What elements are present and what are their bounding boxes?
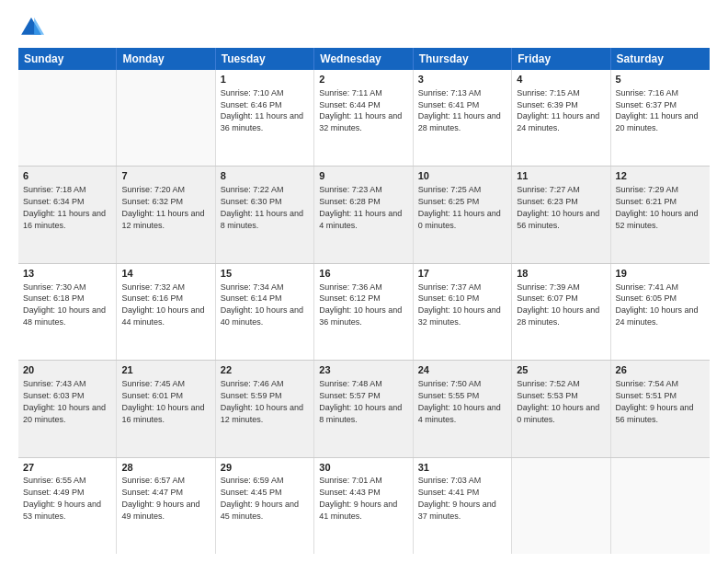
calendar-cell: 15Sunrise: 7:34 AM Sunset: 6:14 PM Dayli… (216, 264, 314, 360)
day-number: 18 (517, 267, 605, 281)
day-number: 1 (221, 73, 309, 86)
day-info: Sunrise: 7:29 AM Sunset: 6:21 PM Dayligh… (616, 185, 699, 229)
day-number: 19 (616, 267, 705, 281)
day-number: 2 (319, 73, 407, 86)
calendar-body: 1Sunrise: 7:10 AM Sunset: 6:46 PM Daylig… (18, 70, 710, 554)
day-info: Sunrise: 7:36 AM Sunset: 6:12 PM Dayligh… (319, 282, 402, 327)
calendar-cell: 7Sunrise: 7:20 AM Sunset: 6:32 PM Daylig… (117, 167, 215, 262)
header-day-sunday: Sunday (18, 48, 117, 70)
calendar-cell: 5Sunrise: 7:16 AM Sunset: 6:37 PM Daylig… (611, 70, 710, 166)
day-number: 27 (23, 461, 111, 475)
day-info: Sunrise: 7:54 AM Sunset: 5:51 PM Dayligh… (616, 379, 694, 423)
header-day-friday: Friday (512, 48, 610, 70)
calendar-cell: 27Sunrise: 6:55 AM Sunset: 4:49 PM Dayli… (18, 458, 117, 554)
calendar-cell: 1Sunrise: 7:10 AM Sunset: 6:46 PM Daylig… (216, 70, 314, 166)
day-number: 20 (23, 363, 111, 377)
day-number: 16 (319, 267, 407, 281)
svg-marker-1 (34, 17, 44, 35)
day-number: 9 (319, 169, 407, 183)
day-info: Sunrise: 7:37 AM Sunset: 6:10 PM Dayligh… (418, 282, 501, 327)
calendar-cell: 24Sunrise: 7:50 AM Sunset: 5:55 PM Dayli… (414, 361, 512, 456)
calendar-cell: 4Sunrise: 7:15 AM Sunset: 6:39 PM Daylig… (512, 70, 610, 166)
day-number: 30 (319, 461, 407, 475)
day-info: Sunrise: 7:18 AM Sunset: 6:34 PM Dayligh… (23, 185, 106, 229)
day-info: Sunrise: 7:16 AM Sunset: 6:37 PM Dayligh… (616, 88, 699, 132)
calendar-cell: 25Sunrise: 7:52 AM Sunset: 5:53 PM Dayli… (512, 361, 610, 456)
calendar-cell: 17Sunrise: 7:37 AM Sunset: 6:10 PM Dayli… (414, 264, 512, 360)
calendar-cell (18, 70, 117, 166)
calendar-cell: 2Sunrise: 7:11 AM Sunset: 6:44 PM Daylig… (314, 70, 413, 166)
day-number: 6 (23, 169, 111, 183)
header-day-saturday: Saturday (611, 48, 710, 70)
header-day-monday: Monday (117, 48, 215, 70)
day-number: 7 (121, 169, 210, 183)
calendar-cell (611, 458, 710, 554)
calendar-cell: 14Sunrise: 7:32 AM Sunset: 6:16 PM Dayli… (117, 264, 215, 360)
calendar-week-4: 20Sunrise: 7:43 AM Sunset: 6:03 PM Dayli… (18, 361, 710, 457)
day-number: 22 (221, 363, 309, 377)
day-number: 12 (616, 169, 705, 183)
day-number: 13 (23, 267, 111, 281)
calendar-week-3: 13Sunrise: 7:30 AM Sunset: 6:18 PM Dayli… (18, 264, 710, 361)
calendar-week-5: 27Sunrise: 6:55 AM Sunset: 4:49 PM Dayli… (18, 458, 710, 554)
calendar-cell: 23Sunrise: 7:48 AM Sunset: 5:57 PM Dayli… (314, 361, 413, 456)
calendar-week-2: 6Sunrise: 7:18 AM Sunset: 6:34 PM Daylig… (18, 167, 710, 263)
day-number: 14 (121, 267, 210, 281)
calendar-cell: 3Sunrise: 7:13 AM Sunset: 6:41 PM Daylig… (414, 70, 512, 166)
day-info: Sunrise: 7:03 AM Sunset: 4:41 PM Dayligh… (418, 476, 496, 520)
day-info: Sunrise: 7:23 AM Sunset: 6:28 PM Dayligh… (319, 185, 402, 229)
day-number: 25 (517, 363, 605, 377)
calendar-cell: 21Sunrise: 7:45 AM Sunset: 6:01 PM Dayli… (117, 361, 215, 456)
day-info: Sunrise: 7:39 AM Sunset: 6:07 PM Dayligh… (517, 282, 599, 327)
day-number: 11 (517, 169, 605, 183)
calendar-cell: 6Sunrise: 7:18 AM Sunset: 6:34 PM Daylig… (18, 167, 117, 262)
calendar-cell: 19Sunrise: 7:41 AM Sunset: 6:05 PM Dayli… (611, 264, 710, 360)
day-info: Sunrise: 7:34 AM Sunset: 6:14 PM Dayligh… (221, 282, 303, 327)
day-number: 8 (221, 169, 309, 183)
day-number: 24 (418, 363, 506, 377)
day-info: Sunrise: 7:43 AM Sunset: 6:03 PM Dayligh… (23, 379, 106, 423)
header-day-thursday: Thursday (414, 48, 512, 70)
header-day-tuesday: Tuesday (216, 48, 314, 70)
day-number: 28 (121, 461, 210, 475)
day-info: Sunrise: 7:52 AM Sunset: 5:53 PM Dayligh… (517, 379, 599, 423)
day-number: 17 (418, 267, 506, 281)
day-info: Sunrise: 7:45 AM Sunset: 6:01 PM Dayligh… (121, 379, 204, 423)
day-number: 26 (616, 363, 705, 377)
calendar-cell: 11Sunrise: 7:27 AM Sunset: 6:23 PM Dayli… (512, 167, 610, 262)
calendar-cell: 29Sunrise: 6:59 AM Sunset: 4:45 PM Dayli… (216, 458, 314, 554)
calendar-cell: 28Sunrise: 6:57 AM Sunset: 4:47 PM Dayli… (117, 458, 215, 554)
day-number: 31 (418, 461, 506, 475)
calendar-cell: 13Sunrise: 7:30 AM Sunset: 6:18 PM Dayli… (18, 264, 117, 360)
calendar-week-1: 1Sunrise: 7:10 AM Sunset: 6:46 PM Daylig… (18, 70, 710, 167)
day-info: Sunrise: 7:48 AM Sunset: 5:57 PM Dayligh… (319, 379, 402, 423)
day-number: 29 (221, 461, 309, 475)
day-info: Sunrise: 7:27 AM Sunset: 6:23 PM Dayligh… (517, 185, 599, 229)
logo-icon (18, 15, 44, 40)
day-info: Sunrise: 7:13 AM Sunset: 6:41 PM Dayligh… (418, 88, 501, 132)
calendar: SundayMondayTuesdayWednesdayThursdayFrid… (18, 48, 710, 554)
day-info: Sunrise: 7:10 AM Sunset: 6:46 PM Dayligh… (221, 88, 303, 132)
day-info: Sunrise: 7:11 AM Sunset: 6:44 PM Dayligh… (319, 88, 402, 132)
day-info: Sunrise: 7:01 AM Sunset: 4:43 PM Dayligh… (319, 476, 397, 520)
calendar-cell: 26Sunrise: 7:54 AM Sunset: 5:51 PM Dayli… (611, 361, 710, 456)
day-number: 23 (319, 363, 407, 377)
day-info: Sunrise: 6:59 AM Sunset: 4:45 PM Dayligh… (221, 476, 299, 520)
calendar-cell (117, 70, 215, 166)
calendar-cell: 31Sunrise: 7:03 AM Sunset: 4:41 PM Dayli… (414, 458, 512, 554)
day-info: Sunrise: 7:46 AM Sunset: 5:59 PM Dayligh… (221, 379, 303, 423)
calendar-cell: 18Sunrise: 7:39 AM Sunset: 6:07 PM Dayli… (512, 264, 610, 360)
calendar-cell: 20Sunrise: 7:43 AM Sunset: 6:03 PM Dayli… (18, 361, 117, 456)
logo (18, 15, 48, 40)
day-info: Sunrise: 7:50 AM Sunset: 5:55 PM Dayligh… (418, 379, 501, 423)
day-info: Sunrise: 7:25 AM Sunset: 6:25 PM Dayligh… (418, 185, 501, 229)
day-info: Sunrise: 7:41 AM Sunset: 6:05 PM Dayligh… (616, 282, 699, 327)
calendar-cell: 9Sunrise: 7:23 AM Sunset: 6:28 PM Daylig… (314, 167, 413, 262)
header (18, 15, 710, 40)
day-number: 4 (517, 73, 605, 86)
day-number: 21 (121, 363, 210, 377)
day-number: 15 (221, 267, 309, 281)
day-info: Sunrise: 6:55 AM Sunset: 4:49 PM Dayligh… (23, 476, 101, 520)
day-number: 5 (616, 73, 705, 86)
header-day-wednesday: Wednesday (314, 48, 413, 70)
